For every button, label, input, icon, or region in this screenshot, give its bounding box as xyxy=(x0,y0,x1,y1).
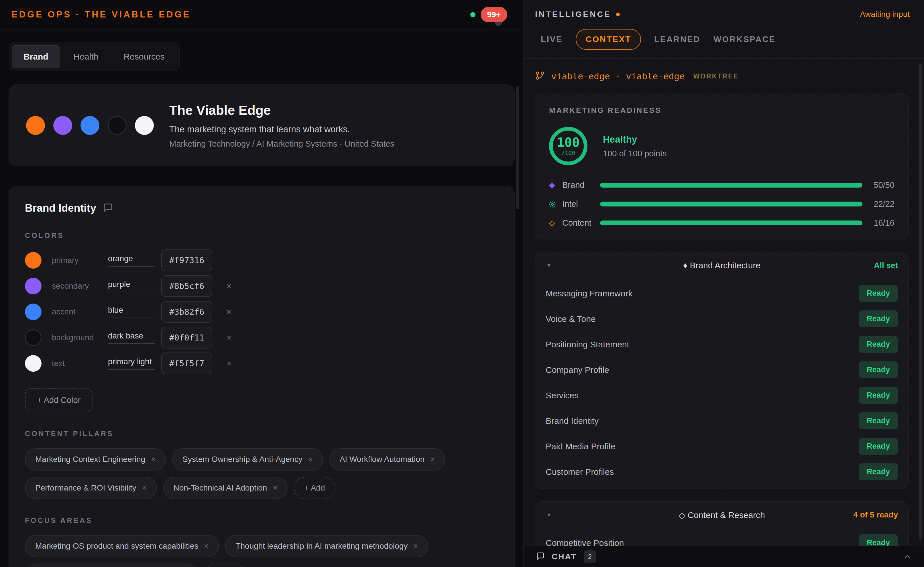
remove-color-button[interactable]: × xyxy=(225,358,233,369)
context-item-label: Services xyxy=(546,391,579,400)
section-items: Messaging Framework Ready Voice & Tone R… xyxy=(536,279,908,489)
content-pillar-chips: Marketing Context Engineering × System O… xyxy=(25,448,483,499)
collapse-caret-icon[interactable]: ▾ xyxy=(546,261,558,270)
readiness-progress-bar xyxy=(600,202,862,207)
readiness-bar-row: ◇ Content 16/16 xyxy=(549,218,894,228)
remove-color-button[interactable]: × xyxy=(225,281,233,291)
chip-remove-icon[interactable]: × xyxy=(204,542,209,550)
chat-bubble-icon xyxy=(536,552,545,561)
color-hex-input[interactable] xyxy=(161,301,212,323)
intelligence-panel: INTELLIGENCE Awaiting input LIVECONTEXTL… xyxy=(524,0,924,567)
tag-chip[interactable]: System Ownership & Anti-Agency × xyxy=(172,448,323,471)
brand-color-swatch xyxy=(26,116,45,135)
tag-chip[interactable]: Marketing Context Engineering × xyxy=(25,448,166,471)
worktree-row[interactable]: viable-edge · viable-edge WORKTREE xyxy=(535,71,909,82)
chip-remove-icon[interactable]: × xyxy=(308,455,313,464)
chip-label: Marketing Context Engineering xyxy=(35,455,145,464)
context-item-row[interactable]: Customer Profiles Ready xyxy=(546,459,898,484)
workspace-panel: EDGE OPS · THE VIABLE EDGE 99+ BrandHeal… xyxy=(0,0,524,567)
ready-status-badge: Ready xyxy=(859,438,898,455)
color-swatch[interactable] xyxy=(25,303,42,320)
brand-swatch-row xyxy=(26,116,154,135)
worktree-branch[interactable]: viable-edge · viable-edge xyxy=(551,71,685,81)
section-header[interactable]: ▾ ◇ Content & Research 4 of 5 ready xyxy=(536,502,908,528)
intelligence-tab[interactable]: WORKSPACE xyxy=(714,34,776,44)
context-item-label: Messaging Framework xyxy=(546,289,632,298)
left-tab[interactable]: Resources xyxy=(112,45,176,68)
brand-text-block: The Viable Edge The marketing system tha… xyxy=(169,102,394,148)
color-name-input[interactable] xyxy=(108,254,155,267)
score-ring: 100 /100 xyxy=(549,127,588,165)
chat-bar-toggle[interactable]: CHAT 2 xyxy=(524,546,924,567)
score-value: 100 xyxy=(557,136,579,149)
left-tab[interactable]: Brand xyxy=(12,45,60,68)
color-hex-input[interactable] xyxy=(161,249,212,271)
notification-cluster[interactable]: 99+ xyxy=(470,7,507,22)
readiness-row-label: Brand xyxy=(562,180,600,190)
context-item-row[interactable]: Paid Media Profile Ready xyxy=(546,434,898,459)
add-color-button[interactable]: + Add Color xyxy=(25,388,93,412)
intelligence-content: viable-edge · viable-edge WORKTREE MARKE… xyxy=(524,71,924,560)
color-name-input[interactable] xyxy=(108,306,155,318)
readiness-bar-row: ◆ Brand 50/50 xyxy=(549,180,894,190)
color-swatch[interactable] xyxy=(25,329,42,346)
ready-status-badge: Ready xyxy=(859,285,898,302)
color-hex-input[interactable] xyxy=(161,275,212,297)
color-hex-input[interactable] xyxy=(161,327,212,348)
tag-chip[interactable]: Thought leadership in AI marketing metho… xyxy=(225,535,428,557)
context-item-label: Customer Profiles xyxy=(546,467,614,477)
remove-color-button[interactable]: × xyxy=(225,333,233,343)
color-swatch[interactable] xyxy=(25,252,42,268)
intelligence-tab[interactable]: LEARNED xyxy=(654,34,700,44)
left-tab[interactable]: Health xyxy=(62,45,110,68)
color-name-input[interactable] xyxy=(108,357,155,370)
section-title: ♦ Brand Architecture xyxy=(536,261,908,270)
brand-summary-card: The Viable Edge The marketing system tha… xyxy=(9,84,515,166)
context-item-row[interactable]: Brand Identity Ready xyxy=(546,408,898,434)
context-item-label: Voice & Tone xyxy=(546,314,596,324)
tag-chip[interactable]: Marketing OS product and system capabili… xyxy=(25,535,219,557)
context-item-row[interactable]: Services Ready xyxy=(546,382,898,408)
context-item-row[interactable]: Messaging Framework Ready xyxy=(546,280,898,306)
health-points: 100 of 100 points xyxy=(603,149,667,158)
readiness-progress-bar xyxy=(600,183,862,188)
readiness-row-label: Intel xyxy=(562,199,600,209)
chevron-up-icon[interactable] xyxy=(903,553,911,561)
section-header[interactable]: ▾ ♦ Brand Architecture All set xyxy=(536,252,908,279)
chip-remove-icon[interactable]: × xyxy=(413,542,418,550)
left-scrollbar-thumb[interactable] xyxy=(516,86,519,209)
readiness-row-label: Content xyxy=(562,218,600,228)
collapse-caret-icon[interactable]: ▾ xyxy=(546,511,558,519)
tag-chip[interactable]: Performance & ROI Visibility × xyxy=(25,477,157,499)
context-item-row[interactable]: Company Profile Ready xyxy=(546,357,898,382)
online-status-dot xyxy=(470,12,476,17)
chip-remove-icon[interactable]: × xyxy=(273,484,277,492)
focus-area-chips: Marketing OS product and system capabili… xyxy=(25,535,483,567)
notification-badge[interactable]: 99+ xyxy=(481,7,507,22)
chip-remove-icon[interactable]: × xyxy=(151,455,156,464)
comment-bubble-icon[interactable] xyxy=(103,203,113,214)
chip-remove-icon[interactable]: × xyxy=(430,455,435,464)
chip-remove-icon[interactable]: × xyxy=(142,484,147,492)
color-name-input[interactable] xyxy=(108,280,155,292)
remove-color-button[interactable]: × xyxy=(225,307,233,317)
intelligence-tab[interactable]: LIVE xyxy=(541,34,562,44)
color-hex-input[interactable] xyxy=(161,352,212,374)
add-chip-button[interactable]: + Add xyxy=(294,477,335,499)
context-item-row[interactable]: Positioning Statement Ready xyxy=(546,332,898,357)
context-item-label: Brand Identity xyxy=(546,416,598,426)
color-swatch[interactable] xyxy=(25,278,42,294)
section-status: 4 of 5 ready xyxy=(853,510,898,519)
color-name-input[interactable] xyxy=(108,332,155,344)
intelligence-tab-group: LIVECONTEXTLEARNEDWORKSPACE xyxy=(541,28,924,50)
tabs-divider xyxy=(524,58,924,59)
tag-chip[interactable]: Non-Technical AI Adoption × xyxy=(163,477,288,499)
context-item-row[interactable]: Voice & Tone Ready xyxy=(546,306,898,332)
tag-chip[interactable]: AI Workflow Automation × xyxy=(329,448,446,471)
intelligence-tab[interactable]: CONTEXT xyxy=(576,29,641,50)
tag-chip[interactable]: Founder story and practitioner credibili… xyxy=(25,564,198,567)
bullseye-icon: ◎ xyxy=(549,199,562,208)
right-scrollbar-thumb[interactable] xyxy=(919,63,922,540)
add-chip-button[interactable]: + Add xyxy=(205,564,246,567)
color-swatch[interactable] xyxy=(25,355,42,372)
